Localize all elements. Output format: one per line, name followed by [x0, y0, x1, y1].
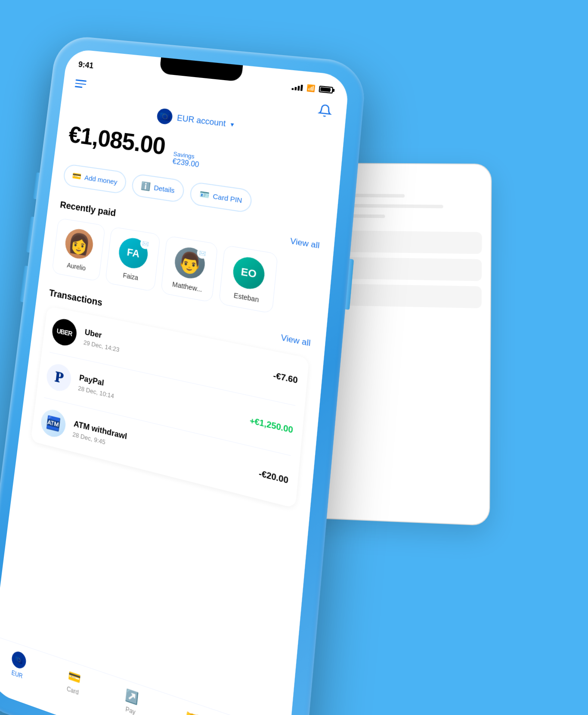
contact-name-matthew: Matthew... [172, 280, 202, 293]
contact-name-aurelio: Aurelio [67, 261, 86, 272]
uber-amount: -€7.60 [273, 371, 298, 386]
esteban-initials: EO [240, 265, 257, 281]
bottom-nav: 🇪🇺 EUR 💳 Card ↗️ Pay 🤝 [0, 635, 290, 715]
contact-esteban[interactable]: EO Esteban [219, 245, 278, 314]
details-label: Details [153, 183, 175, 194]
savings-section: Savings €239.00 [172, 150, 200, 169]
eu-flag-icon: 🇪🇺 [156, 108, 173, 125]
faiza-initials: FA [126, 246, 140, 260]
paypal-logo: 𝐏 [45, 362, 72, 394]
contact-matthew[interactable]: ✉️ Matthew... [161, 236, 218, 303]
account-label: EUR account [176, 113, 226, 128]
mute-button[interactable] [20, 265, 28, 302]
eur-nav-icon: 🇪🇺 [11, 650, 27, 670]
recently-paid-title: Recently paid [59, 199, 116, 219]
chevron-down-icon: ▾ [230, 121, 234, 128]
nav-label-eur: EUR [11, 669, 23, 680]
wifi-icon: 📶 [306, 84, 316, 93]
signal-icon [291, 82, 303, 91]
details-button[interactable]: ℹ️ Details [131, 173, 185, 203]
savings-amount: €239.00 [172, 157, 200, 169]
status-time: 9:41 [78, 60, 94, 71]
nav-label-card: Card [66, 685, 79, 696]
contact-faiza[interactable]: FA ✉️ Faiza [105, 227, 161, 292]
card-pin-label: Card PIN [213, 192, 243, 205]
uber-logo: UBER [51, 317, 78, 348]
contact-name-esteban: Esteban [233, 291, 259, 304]
status-icons: 📶 [291, 82, 333, 94]
details-icon: ℹ️ [140, 181, 151, 192]
nav-item-card[interactable]: 💳 Card [44, 661, 104, 704]
atm-logo: 🏧 [40, 407, 67, 439]
avatar-faiza: FA ✉️ [118, 236, 149, 271]
nav-label-pay: Pay [125, 706, 136, 715]
main-balance: €1,085.00 [67, 121, 167, 160]
transactions-section: Transactions View all UBER Uber [31, 287, 311, 508]
volume-up-button[interactable] [33, 172, 40, 199]
atm-amount: -€20.00 [258, 469, 289, 486]
phone-screen: 9:41 📶 [0, 48, 350, 715]
contact-aurelio[interactable]: Aurelio [52, 218, 105, 282]
avatar-esteban: EO [232, 255, 266, 292]
battery-icon [319, 86, 333, 94]
card-pin-icon: 🪪 [199, 189, 210, 200]
nav-item-pay[interactable]: ↗️ Pay [101, 681, 162, 715]
recently-paid-view-all[interactable]: View all [290, 236, 320, 251]
avatar-aurelio [64, 227, 95, 261]
menu-button[interactable] [75, 79, 87, 88]
volume-down-button[interactable] [26, 216, 34, 252]
pay-nav-icon: ↗️ [125, 688, 139, 706]
transactions-view-all[interactable]: View all [281, 333, 311, 348]
nav-item-invite[interactable]: 🤝 Invite [160, 700, 224, 715]
card-nav-icon: 💳 [67, 668, 81, 686]
transactions-title: Transactions [49, 287, 103, 308]
faiza-verified-badge: ✉️ [140, 238, 149, 250]
paypal-amount: +€1,250.00 [249, 416, 294, 435]
nav-item-eur[interactable]: 🇪🇺 EUR [0, 643, 47, 688]
add-money-label: Add money [84, 174, 118, 186]
add-money-button[interactable]: 💳 Add money [62, 163, 127, 194]
add-money-icon: 💳 [72, 171, 82, 182]
invite-nav-icon: 🤝 [185, 709, 200, 715]
card-pin-button[interactable]: 🪪 Card PIN [189, 181, 253, 214]
notification-bell-icon[interactable] [317, 103, 332, 118]
contact-name-faiza: Faiza [123, 271, 139, 282]
